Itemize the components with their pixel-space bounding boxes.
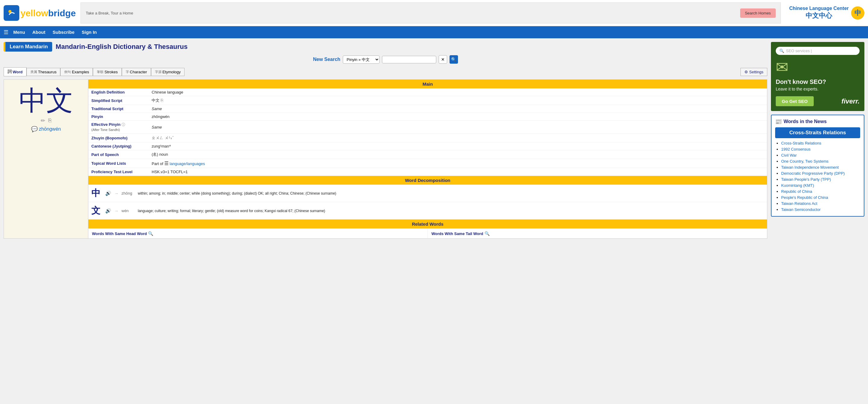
news-featured-item[interactable]: Cross-Straits Relations [775, 127, 860, 138]
tab-thesaurus[interactable]: 类属 Thesaurus [27, 68, 60, 76]
logo[interactable]: yellowbridge [4, 5, 76, 21]
table-row: Effective Pinyin ⓘ(After Tone Sandhi) Sa… [88, 121, 767, 134]
def-value: zhōngwén [149, 113, 767, 121]
gear-icon: ⚙ [744, 70, 748, 74]
table-row: Simplified Script 中文 ⎘ [88, 96, 767, 105]
news-list-item[interactable]: Cross-Straits Relations [781, 141, 821, 145]
head-word-label: Words With Same Head Word 🔍 [92, 231, 424, 236]
decomp-audio-2[interactable]: 🔊 [103, 202, 113, 220]
tail-word-search-icon[interactable]: 🔍 [485, 231, 490, 236]
sidebar-ad-subline: Leave it to the experts. [776, 87, 860, 91]
def-value: ㄓㄨㄥ ㄨㄣˊ [149, 134, 767, 142]
table-row: English Definition Chinese language [88, 88, 767, 96]
search-mode-select[interactable]: Pinyin » 中文 中文 » English English » 中文 [343, 56, 379, 64]
tab-character[interactable]: 字 Character [122, 68, 151, 76]
tab-examples[interactable]: 例句 Examples [60, 68, 93, 76]
decomp-audio[interactable]: 🔊 [103, 185, 113, 202]
decomposition-header: Word Decomposition [88, 176, 767, 185]
table-row: Zhuyin (Bopomofo) ㄓㄨㄥ ㄨㄣˊ [88, 134, 767, 142]
decomp-definition-2: language; culture; writing; formal; lite… [135, 202, 767, 220]
pinyin-link[interactable]: zhōngwén [39, 126, 61, 132]
site-header: yellowbridge Take a Break, Tour a Home S… [0, 0, 868, 26]
copy-char-icon[interactable]: ⎘ [48, 117, 52, 124]
hamburger-icon[interactable]: ☰ [4, 29, 8, 36]
audio-icon[interactable]: 💬 [31, 126, 38, 133]
nav-sign-in[interactable]: Sign In [78, 26, 100, 38]
head-word-search-icon[interactable]: 🔍 [148, 231, 153, 236]
decomp-pinyin: zhōng [120, 185, 135, 202]
word-list-link[interactable]: language/languages [170, 162, 205, 166]
character-display: 中文 ✏ ⎘ 💬 zhōngwén [4, 80, 88, 238]
def-label: English Definition [88, 88, 149, 96]
news-list-item[interactable]: Taiwan Independence Movement [781, 165, 839, 170]
def-label: Proficiency Test Level [88, 168, 149, 176]
go-get-seo-button[interactable]: Go Get SEO [776, 96, 814, 106]
dictionary-area: 中文 ✏ ⎘ 💬 zhōngwén Main English Definitio… [4, 79, 767, 239]
def-value: Chinese language [149, 88, 767, 96]
sidebar: 🔍 SEO services | ✉ Don't know SEO? Leave… [771, 42, 864, 239]
language-center: Chinese Language Center 中文中心 中 [789, 6, 864, 20]
news-list-item[interactable]: Taiwan Semiconductor [781, 207, 821, 212]
copy-script-icon[interactable]: ⎘ [161, 98, 163, 103]
search-input[interactable] [382, 56, 436, 63]
tail-word-label: Words With Same Tail Word 🔍 [431, 231, 764, 236]
sidebar-ad-envelope: ✉ [776, 59, 860, 76]
news-list-item[interactable]: Democratic Progressive Party (DPP) [781, 171, 845, 176]
tab-strokes[interactable]: 筆順 Strokes [93, 68, 122, 76]
news-list-item[interactable]: Taiwan Relations Act [781, 201, 817, 206]
settings-button[interactable]: ⚙ Settings [741, 68, 767, 76]
decomp-definition: within; among; in; middle; center; while… [135, 185, 767, 202]
main-def-table: English Definition Chinese language Simp… [88, 88, 767, 176]
def-label: Part of Speech [88, 150, 149, 159]
decomp-row: 中 🔊 → zhōng within; among; in; middle; c… [88, 185, 767, 202]
main-section-header: Main [88, 80, 767, 88]
def-label: Pinyin [88, 113, 149, 121]
tab-word[interactable]: 詞 Word [4, 67, 27, 76]
decomp-char: 中 [88, 185, 103, 202]
def-label: Cantonese (Jyutping) [88, 142, 149, 150]
decomp-arrow-2: → [113, 202, 120, 220]
search-icon-mock: 🔍 [779, 49, 784, 53]
def-label: Traditional Script [88, 105, 149, 113]
fiverr-brand: fiverr. [841, 97, 860, 105]
head-word-col: Words With Same Head Word 🔍 [88, 229, 428, 238]
character-large: 中文 [19, 86, 73, 116]
news-list-item[interactable]: One Country, Two Systems [781, 159, 829, 164]
news-list-item[interactable]: People's Republic of China [781, 195, 828, 200]
tab-etymology[interactable]: 字源 Etymology [151, 68, 185, 76]
search-bar: New Search Pinyin » 中文 中文 » English Engl… [4, 55, 767, 64]
def-value: HSK.v3=1 TOCFL=1 [149, 168, 767, 176]
news-flag-icon: 📰 [775, 118, 782, 125]
decomp-pinyin-2: wén [120, 202, 135, 220]
news-list-item[interactable]: Taiwan People's Party (TPP) [781, 177, 831, 182]
decomp-row: 文 🔊 → wén language; culture; writing; fo… [88, 202, 767, 220]
news-list-item[interactable]: Republic of China [781, 189, 812, 194]
lang-center-chinese: 中文中心 [789, 11, 849, 20]
tail-word-col: Words With Same Tail Word 🔍 [428, 229, 767, 238]
nav-subscribe[interactable]: Subscribe [49, 26, 79, 38]
news-list-item[interactable]: 1992 Consensus [781, 147, 811, 151]
sidebar-ad-search-mock: 🔍 SEO services | [776, 47, 860, 55]
table-row: Topical Word Lists Part of ☰ language/la… [88, 159, 767, 168]
table-row: Proficiency Test Level HSK.v3=1 TOCFL=1 [88, 168, 767, 176]
def-value: Same [149, 121, 767, 134]
def-value: Part of ☰ language/languages [149, 159, 767, 168]
news-list-item[interactable]: Civil War [781, 153, 797, 157]
clear-button[interactable]: ✕ [439, 55, 447, 64]
edit-icon[interactable]: ✏ [41, 117, 45, 124]
def-value: zung¹man⁴ [149, 142, 767, 150]
search-button[interactable]: 🔍 [450, 55, 458, 64]
page-body: Learn Mandarin Mandarin-English Dictiona… [0, 38, 868, 242]
nav-menu[interactable]: Menu [10, 26, 29, 38]
def-value: Same [149, 105, 767, 113]
nav-about[interactable]: About [29, 26, 49, 38]
def-value: 中文 ⎘ [149, 96, 767, 105]
help-icon[interactable]: ⓘ [122, 122, 125, 127]
table-row: Traditional Script Same [88, 105, 767, 113]
search-homes-button[interactable]: Search Homes [740, 8, 776, 18]
decomposition-table: 中 🔊 → zhōng within; among; in; middle; c… [88, 185, 767, 219]
learn-mandarin-button[interactable]: Learn Mandarin [4, 42, 52, 52]
news-list-item[interactable]: Kuomintang (KMT) [781, 183, 814, 188]
logo-text: yellowbridge [21, 7, 76, 19]
speech-bubble-icon: 中 [851, 6, 864, 20]
